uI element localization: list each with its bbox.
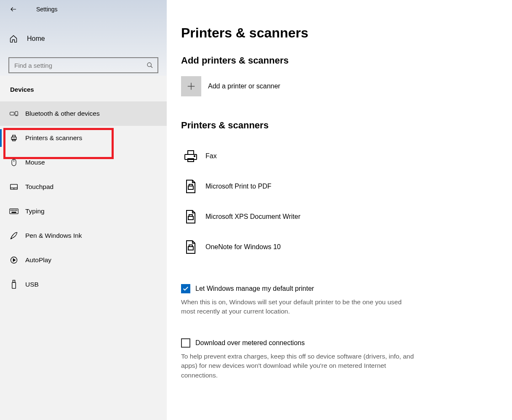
printer-item-xps[interactable]: Microsoft XPS Document Writer xyxy=(181,202,499,232)
pen-icon xyxy=(9,231,19,240)
svg-point-27 xyxy=(194,156,195,157)
home-label: Home xyxy=(27,35,45,43)
svg-rect-32 xyxy=(188,247,193,250)
svg-point-14 xyxy=(12,210,13,210)
sidebar-item-printers[interactable]: Printers & scanners xyxy=(0,126,167,150)
add-printer-button[interactable]: Add a printer or scanner xyxy=(181,76,499,96)
svg-rect-1 xyxy=(10,112,14,115)
svg-point-13 xyxy=(11,210,11,210)
page-title: Printers & scanners xyxy=(181,25,499,41)
default-printer-option: Let Windows manage my default printer Wh… xyxy=(181,284,417,316)
back-button[interactable] xyxy=(6,2,21,17)
mouse-icon xyxy=(9,158,19,167)
sidebar-item-label: Bluetooth & other devices xyxy=(25,110,100,117)
printer-list: Fax Microsoft Print to PDF Microsoft XPS… xyxy=(181,141,499,262)
sidebar-item-usb[interactable]: USB xyxy=(0,272,167,297)
svg-rect-33 xyxy=(189,245,192,247)
sidebar-item-label: Printers & scanners xyxy=(25,134,82,142)
svg-rect-29 xyxy=(189,184,192,186)
printer-icon xyxy=(9,133,19,143)
document-printer-icon xyxy=(181,240,200,254)
autoplay-icon xyxy=(9,255,19,265)
sidebar-item-bluetooth[interactable]: Bluetooth & other devices xyxy=(0,101,167,126)
document-printer-icon xyxy=(181,210,200,224)
svg-point-15 xyxy=(13,210,14,210)
svg-point-17 xyxy=(16,210,17,210)
sidebar-item-label: Typing xyxy=(25,207,45,215)
metered-checkbox[interactable] xyxy=(181,338,190,348)
printer-item-fax[interactable]: Fax xyxy=(181,141,499,171)
svg-rect-2 xyxy=(15,112,18,116)
sidebar-item-touchpad[interactable]: Touchpad xyxy=(0,175,167,199)
default-printer-label: Let Windows manage my default printer xyxy=(195,285,314,292)
main-content: Printers & scanners Add printers & scann… xyxy=(167,0,512,420)
default-printer-desc: When this is on, Windows will set your d… xyxy=(181,298,417,316)
svg-rect-20 xyxy=(13,280,15,282)
sidebar: Settings Home Devices Bluetooth & other … xyxy=(0,0,167,420)
add-section-heading: Add printers & scanners xyxy=(181,55,499,66)
search-input[interactable] xyxy=(8,57,158,73)
bluetooth-icon xyxy=(9,109,19,118)
titlebar: Settings xyxy=(0,0,167,19)
printer-item-onenote[interactable]: OneNote for Windows 10 xyxy=(181,232,499,262)
svg-rect-31 xyxy=(189,215,192,216)
metered-desc: To help prevent extra charges, keep this… xyxy=(181,352,417,380)
svg-point-16 xyxy=(15,210,16,210)
touchpad-icon xyxy=(9,182,19,191)
svg-point-3 xyxy=(16,115,16,115)
home-icon xyxy=(9,35,19,43)
metered-option: Download over metered connections To hel… xyxy=(181,338,417,380)
svg-rect-18 xyxy=(12,212,16,213)
printer-device-icon xyxy=(181,149,200,163)
metered-label: Download over metered connections xyxy=(195,339,305,347)
sidebar-item-label: USB xyxy=(25,281,39,288)
svg-rect-30 xyxy=(188,216,193,220)
sidebar-home[interactable]: Home xyxy=(0,30,167,47)
sidebar-item-pen[interactable]: Pen & Windows Ink xyxy=(0,223,167,248)
default-printer-checkbox[interactable] xyxy=(181,284,190,293)
arrow-left-icon xyxy=(10,5,17,13)
printer-label: Fax xyxy=(205,152,217,160)
nav-list: Bluetooth & other devices Printers & sca… xyxy=(0,101,167,297)
sidebar-item-label: Touchpad xyxy=(25,183,53,191)
plus-icon xyxy=(181,76,201,96)
keyboard-icon xyxy=(9,207,19,216)
svg-rect-28 xyxy=(188,186,193,189)
usb-icon xyxy=(9,280,19,289)
sidebar-item-autoplay[interactable]: AutoPlay xyxy=(0,248,167,272)
document-printer-icon xyxy=(181,179,200,194)
sidebar-item-mouse[interactable]: Mouse xyxy=(0,150,167,175)
printer-list-heading: Printers & scanners xyxy=(181,120,499,131)
printer-label: Microsoft XPS Document Writer xyxy=(205,213,301,221)
sidebar-section-header: Devices xyxy=(0,73,167,99)
printer-label: OneNote for Windows 10 xyxy=(205,243,281,251)
sidebar-item-typing[interactable]: Typing xyxy=(0,199,167,223)
sidebar-item-label: AutoPlay xyxy=(25,256,51,264)
app-title: Settings xyxy=(36,6,58,13)
svg-rect-5 xyxy=(13,135,16,137)
svg-rect-25 xyxy=(188,151,194,154)
check-icon xyxy=(182,285,189,292)
add-printer-label: Add a printer or scanner xyxy=(208,82,280,90)
printer-item-pdf[interactable]: Microsoft Print to PDF xyxy=(181,171,499,202)
svg-rect-12 xyxy=(10,209,18,214)
sidebar-item-label: Pen & Windows Ink xyxy=(25,232,82,239)
sidebar-item-label: Mouse xyxy=(25,159,45,166)
svg-rect-21 xyxy=(12,282,16,288)
printer-label: Microsoft Print to PDF xyxy=(205,183,271,190)
